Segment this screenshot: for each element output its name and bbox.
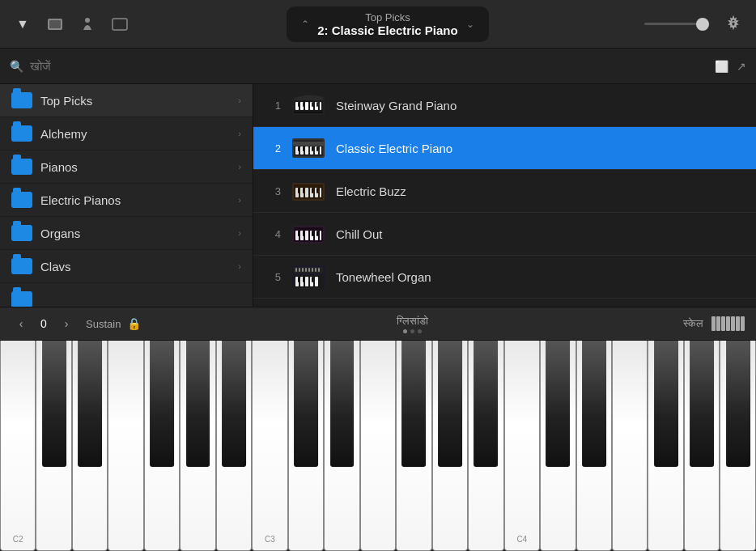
key-2 (716, 316, 720, 331)
c4-label: C4 (516, 535, 527, 544)
library-icon[interactable] (44, 13, 66, 36)
instrument-name-5: Tonewheel Organ (336, 270, 431, 284)
svg-rect-73 (312, 277, 313, 282)
sidebar-chevron-5: › (238, 261, 241, 271)
black-key-gs3[interactable] (438, 341, 462, 467)
instrument-item-2[interactable]: 2 Classi (253, 127, 756, 170)
black-key-as4[interactable] (726, 341, 750, 467)
white-key-f3[interactable] (360, 341, 396, 551)
chevron-down-icon[interactable]: ⌄ (466, 19, 474, 30)
white-key-c4[interactable]: C4 (504, 341, 540, 551)
volume-slider[interactable] (644, 23, 709, 25)
grid-view-icon[interactable]: ⬜ (715, 60, 728, 73)
sidebar: Top Picks › Alchemy › Pianos › Electric … (0, 84, 253, 307)
instrument-item-5[interactable]: 5 (253, 256, 756, 299)
key-7 (741, 316, 745, 331)
settings-icon[interactable] (722, 13, 745, 36)
sidebar-chevron-4: › (238, 228, 241, 238)
svg-rect-71 (298, 277, 299, 282)
sidebar-label-1: Alchemy (40, 127, 230, 141)
white-key-f4[interactable] (612, 341, 648, 551)
black-key-ds3[interactable] (330, 341, 355, 467)
bottom-value: 0 (36, 317, 52, 330)
sidebar-item-clavs[interactable]: Clavs › (0, 250, 253, 283)
sidebar-item-electric-pianos[interactable]: Electric Pianos › (0, 184, 253, 217)
sidebar-item-more[interactable] (0, 283, 253, 307)
white-key-f2[interactable] (108, 341, 143, 551)
svg-rect-1 (49, 20, 61, 28)
preset-selector[interactable]: ⌃ Top Picks 2: Classic Electric Piano ⌄ (287, 6, 488, 42)
search-icon: 🔍 (10, 60, 23, 73)
bottom-bar-center: ग्लिसांडो (149, 315, 675, 333)
black-key-cs3[interactable] (294, 341, 318, 467)
performer-icon[interactable] (76, 13, 99, 36)
black-key-ds2[interactable] (78, 341, 102, 467)
sidebar-label-3: Electric Pianos (40, 193, 230, 207)
svg-rect-42 (316, 188, 318, 193)
collapse-icon[interactable]: ↗ (737, 60, 746, 73)
black-key-fs2[interactable] (150, 341, 174, 467)
dot-2[interactable] (410, 329, 414, 333)
svg-rect-15 (303, 102, 304, 107)
svg-rect-57 (295, 268, 297, 272)
dot-3[interactable] (418, 329, 422, 333)
white-key-c2[interactable]: C2 (0, 341, 36, 551)
next-button[interactable]: › (57, 314, 76, 333)
svg-rect-61 (308, 268, 310, 272)
dropdown-icon[interactable]: ▼ (11, 13, 34, 36)
svg-rect-70 (315, 277, 318, 286)
keyboard-icon[interactable] (711, 316, 745, 331)
page-dots (403, 329, 422, 333)
key-4 (726, 316, 730, 331)
black-key-ds4[interactable] (582, 341, 606, 467)
instrument-thumb-6 (291, 305, 326, 307)
sidebar-chevron-1: › (238, 129, 241, 138)
dot-1[interactable] (403, 329, 407, 333)
svg-rect-29 (312, 146, 313, 151)
bottom-bar-left: ‹ 0 › Sustain 🔒 (11, 314, 141, 333)
black-key-as2[interactable] (222, 341, 246, 467)
volume-track[interactable] (644, 23, 709, 25)
instrument-number-1: 1 (265, 100, 281, 112)
black-key-cs4[interactable] (546, 341, 570, 467)
svg-rect-47 (305, 231, 308, 240)
sidebar-item-top-picks[interactable]: Top Picks › (0, 84, 253, 117)
black-key-cs2[interactable] (42, 341, 66, 467)
svg-rect-35 (305, 188, 308, 197)
black-key-as3[interactable] (474, 341, 498, 467)
instrument-item-4[interactable]: 4 Chill Out (253, 213, 756, 256)
c2-label: C2 (13, 535, 23, 544)
svg-rect-30 (316, 146, 318, 151)
chevron-up-icon[interactable]: ⌃ (301, 19, 309, 30)
key-5 (731, 316, 735, 331)
svg-rect-13 (320, 102, 321, 110)
svg-rect-27 (298, 146, 299, 151)
black-key-fs3[interactable] (402, 341, 427, 467)
black-key-fs4[interactable] (654, 341, 678, 467)
svg-rect-28 (303, 146, 304, 151)
white-keys: C2 C3 C4 (0, 341, 756, 551)
sidebar-item-alchemy[interactable]: Alchemy › (0, 117, 253, 150)
lock-icon[interactable]: 🔒 (127, 317, 141, 330)
black-key-gs2[interactable] (186, 341, 210, 467)
search-input[interactable] (30, 59, 708, 73)
instrument-name-3: Electric Buzz (336, 184, 406, 198)
svg-rect-17 (316, 102, 318, 107)
svg-rect-64 (318, 268, 320, 272)
volume-thumb[interactable] (696, 18, 709, 31)
instrument-item-6[interactable]: 6 Jump Up Bass (253, 299, 756, 307)
svg-rect-20 (293, 142, 324, 146)
top-bar-left: ▼ (11, 13, 131, 36)
preset-info: Top Picks 2: Classic Electric Piano (317, 11, 457, 37)
white-key-c3[interactable]: C3 (252, 341, 287, 551)
svg-rect-39 (298, 188, 299, 193)
window-icon[interactable] (108, 13, 131, 36)
piano-keyboard: C2 C3 C4 (0, 341, 756, 551)
black-key-gs4[interactable] (690, 341, 714, 467)
instrument-number-4: 4 (265, 228, 281, 240)
prev-button[interactable]: ‹ (11, 314, 31, 333)
instrument-item-1[interactable]: 1 (253, 84, 756, 127)
sidebar-item-organs[interactable]: Organs › (0, 217, 253, 250)
sidebar-item-pianos[interactable]: Pianos › (0, 150, 253, 184)
instrument-item-3[interactable]: 3 Electric Buzz (253, 170, 756, 213)
